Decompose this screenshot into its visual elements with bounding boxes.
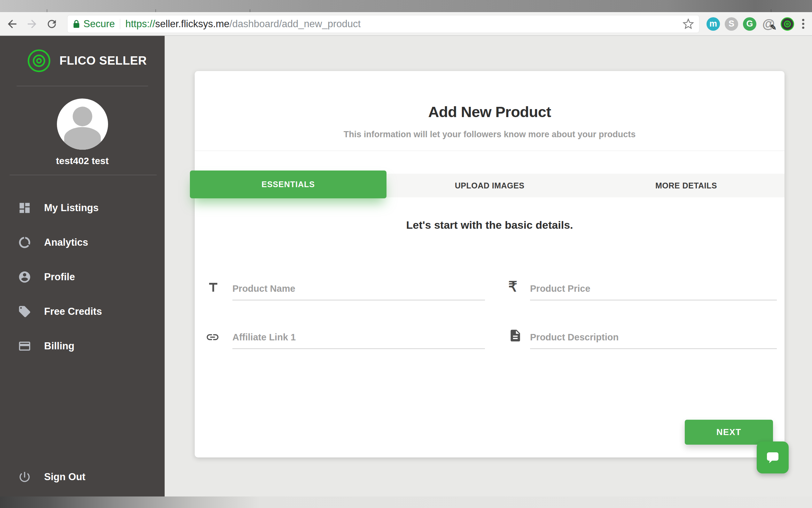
extension-icon-skype[interactable]: S xyxy=(725,17,738,31)
affiliate-link-field xyxy=(232,326,485,348)
forward-arrow-icon xyxy=(26,17,38,30)
person-silhouette-icon xyxy=(57,98,108,150)
extension-bar: m S G @✎ xyxy=(700,17,812,31)
browser-menu-icon[interactable] xyxy=(802,19,804,29)
flico-logo-icon xyxy=(27,49,51,73)
sidebar-item-profile[interactable]: Profile xyxy=(0,260,164,294)
forward-button[interactable] xyxy=(25,17,39,31)
title-icon xyxy=(206,281,220,296)
reload-button[interactable] xyxy=(45,17,59,31)
chat-widget-button[interactable] xyxy=(757,441,789,473)
sidebar-item-analytics[interactable]: Analytics xyxy=(0,225,164,260)
account-circle-icon xyxy=(18,270,31,284)
add-product-card: Add New Product This information will le… xyxy=(195,71,784,458)
power-icon xyxy=(18,470,31,484)
secure-lock-icon xyxy=(73,19,80,29)
sidebar-item-free-credits[interactable]: Free Credits xyxy=(0,294,164,329)
user-name: test402 test xyxy=(0,156,164,166)
tabs-bar: UPLOAD IMAGES MORE DETAILS ESSENTIALS xyxy=(195,174,784,197)
page-subtitle: This information will let your followers… xyxy=(195,121,784,139)
omnibox-divider xyxy=(120,19,120,29)
description-icon xyxy=(508,329,522,344)
tab-divider xyxy=(250,9,250,12)
secure-label: Secure xyxy=(84,18,115,30)
desktop-bottom-band xyxy=(0,497,812,508)
extension-icon-flico-target[interactable] xyxy=(781,17,794,31)
extension-icon-grammarly[interactable]: G xyxy=(743,17,756,31)
tag-icon xyxy=(18,305,31,318)
tab-essentials[interactable]: ESSENTIALS xyxy=(190,170,386,198)
product-name-input[interactable] xyxy=(232,278,485,300)
url-path: /dashboard/add_new_product xyxy=(230,18,361,30)
avatar xyxy=(57,98,108,150)
dashboard-icon xyxy=(18,201,31,215)
sidebar-divider xyxy=(10,175,157,175)
product-price-input[interactable] xyxy=(530,278,777,300)
reload-icon xyxy=(46,18,58,30)
affiliate-link-input[interactable] xyxy=(232,326,485,349)
donut-chart-icon xyxy=(18,236,31,249)
address-bar[interactable]: Secure https://seller.flicksys.me/dashbo… xyxy=(67,15,700,33)
chat-bubble-icon xyxy=(764,449,782,466)
sidebar-item-label: Billing xyxy=(44,340,75,352)
browser-window: Secure https://seller.flicksys.me/dashbo… xyxy=(0,0,812,508)
product-price-field xyxy=(530,278,777,300)
sidebar-item-label: My Listings xyxy=(44,202,99,214)
product-description-field xyxy=(530,326,777,348)
sidebar-nav: My Listings Analytics Profile Free Credi… xyxy=(0,190,164,364)
sidebar-item-sign-out[interactable]: Sign Out xyxy=(18,470,85,484)
tab-divider xyxy=(47,9,47,12)
tab-more-details[interactable]: MORE DETAILS xyxy=(588,174,784,197)
sign-out-label: Sign Out xyxy=(44,471,85,483)
url-scheme: https:// xyxy=(125,18,155,30)
url-host: seller.flicksys.me xyxy=(155,18,230,30)
sidebar: FLICO SELLER test402 test My Listings An… xyxy=(0,36,164,497)
tab-divider xyxy=(771,9,771,12)
sidebar-item-label: Profile xyxy=(44,271,75,283)
sidebar-item-billing[interactable]: Billing xyxy=(0,329,164,364)
rupee-icon: ₹ xyxy=(508,280,517,294)
product-description-input[interactable] xyxy=(530,326,777,349)
extension-icon-m[interactable]: m xyxy=(707,17,720,31)
back-button[interactable] xyxy=(5,17,19,31)
main-content: Add New Product This information will le… xyxy=(164,36,812,497)
pencil-overlay-icon: ✎ xyxy=(770,23,776,32)
url-text: https://seller.flicksys.me/dashboard/add… xyxy=(125,18,361,30)
sidebar-item-label: Free Credits xyxy=(44,306,102,318)
brand-row: FLICO SELLER xyxy=(0,36,164,73)
bookmark-star-icon[interactable] xyxy=(682,18,694,30)
browser-toolbar: Secure https://seller.flicksys.me/dashbo… xyxy=(0,12,812,36)
section-title: Let's start with the basic details. xyxy=(195,219,784,231)
brand-name: FLICO SELLER xyxy=(59,54,147,68)
back-arrow-icon xyxy=(6,17,18,30)
tab-upload-images[interactable]: UPLOAD IMAGES xyxy=(391,174,588,197)
link-icon xyxy=(204,330,221,345)
sidebar-item-my-listings[interactable]: My Listings xyxy=(0,190,164,225)
sidebar-item-label: Analytics xyxy=(44,237,88,248)
product-name-field xyxy=(232,278,485,300)
sidebar-divider xyxy=(17,86,148,86)
page-title: Add New Product xyxy=(195,71,784,121)
target-rings-icon xyxy=(782,19,792,29)
credit-card-icon xyxy=(18,339,31,353)
tab-divider xyxy=(155,9,156,12)
extension-icon-mail-edit[interactable]: @✎ xyxy=(761,17,776,31)
header-divider xyxy=(195,151,784,151)
next-button[interactable]: NEXT xyxy=(685,420,773,444)
window-top-band xyxy=(0,0,812,12)
page-content: FLICO SELLER test402 test My Listings An… xyxy=(0,36,812,497)
